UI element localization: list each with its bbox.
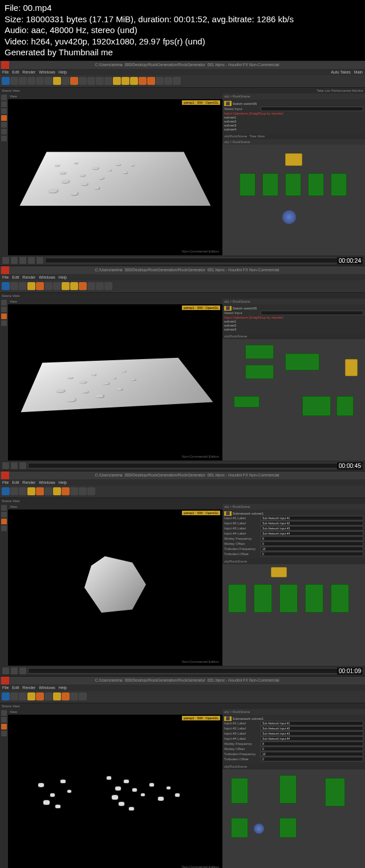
play-icon[interactable] (19, 257, 26, 264)
shelf-icon[interactable] (70, 77, 78, 85)
network-editor[interactable] (222, 769, 365, 869)
network-editor[interactable] (222, 145, 365, 255)
tool-icon[interactable] (1, 115, 7, 121)
menu-edit[interactable]: Edit (12, 70, 19, 74)
viewport[interactable]: View persp1 · SW · OpenGL Non-Commercial… (8, 299, 222, 461)
tool-icon[interactable] (1, 95, 7, 100)
shelf-icon[interactable] (27, 77, 35, 85)
tool-icon[interactable] (1, 129, 7, 135)
tool-icon[interactable] (1, 108, 7, 114)
shelf-icon[interactable] (164, 77, 172, 85)
node-subnet[interactable] (240, 173, 256, 196)
input-op[interactable]: subnet2 (224, 120, 236, 123)
node-subnet[interactable] (285, 173, 301, 196)
shelf-icon[interactable] (96, 77, 104, 85)
input-op[interactable]: subnet4 (224, 128, 236, 131)
metadata-header: File: 00.mp4 Size: 18000331 bytes (17.17… (0, 0, 365, 60)
timeline-slider[interactable] (45, 258, 355, 263)
rp-breadcrumb[interactable]: obj > RockScene (224, 95, 250, 98)
param-field[interactable] (261, 107, 363, 111)
menu-render[interactable]: Render (22, 70, 35, 74)
thumbnail-4: C:/Users/anima_000/Desktop/RockGeneratio… (0, 676, 365, 869)
menu-bar: File Edit Render Windows Help Auto Takes… (0, 69, 365, 75)
ng-breadcrumb[interactable]: obj > RockScene (224, 140, 250, 144)
title-path: C:/Users/anima_000/Desktop/RockGeneratio… (9, 63, 365, 67)
node-subnet[interactable] (331, 173, 347, 196)
thumbnail-1: C:/Users/anima_000/Desktop/RockGeneratio… (0, 60, 365, 266)
viewport-toolbar (0, 93, 8, 255)
menu-autotakes[interactable]: Auto Takes (331, 70, 351, 74)
generated-line: Generated by Thumbnail me (5, 47, 360, 58)
shelf-icon[interactable] (156, 77, 164, 85)
file-line: File: 00.mp4 (5, 2, 360, 14)
tool-icon[interactable] (1, 136, 7, 141)
input-op[interactable]: subnet1 (224, 116, 236, 119)
viewport[interactable]: View persp1 · SW · OpenGL Non-Commercial… (8, 504, 222, 666)
shelf-icon[interactable] (36, 77, 44, 85)
thumbnail-3: C:/Users/anima_000/Desktop/RockGeneratio… (0, 471, 365, 676)
play-first-icon[interactable] (2, 257, 9, 264)
shelf-icon[interactable] (10, 77, 18, 85)
window-titlebar: C:/Users/anima_000/Desktop/RockGeneratio… (0, 61, 365, 69)
shelf-icon[interactable] (121, 77, 129, 85)
shelf-icon[interactable] (104, 77, 112, 85)
rock-scatter (30, 756, 201, 824)
node-type-badge: ⬛ (224, 101, 232, 106)
node-output[interactable] (282, 210, 296, 224)
right-panel: obj > RockScene ⬛ Switch switch05 Select… (222, 93, 365, 255)
menu-windows[interactable]: Windows (39, 70, 55, 74)
tool-icon[interactable] (1, 122, 7, 128)
shelf-icon[interactable] (79, 77, 87, 85)
shelf-icon[interactable] (53, 77, 61, 85)
shelf-icon[interactable] (113, 77, 121, 85)
close-icon[interactable] (1, 266, 9, 274)
video-line: Video: h264, yuv420p, 1920x1080, 29.97 f… (5, 36, 360, 47)
shelf-bar (0, 75, 365, 88)
close-icon[interactable] (1, 471, 9, 479)
node-name: Switch switch05 (233, 102, 257, 105)
node-subnet[interactable] (262, 173, 278, 196)
shelf-icon[interactable] (139, 77, 147, 85)
shelf-icon[interactable] (19, 77, 27, 85)
play-prev-icon[interactable] (11, 257, 18, 264)
network-editor[interactable] (222, 339, 365, 461)
menu-help[interactable]: Help (59, 70, 67, 74)
viewport[interactable]: View persp1 · SW · OpenGL Non-Commercial… (8, 709, 222, 869)
watermark: Non-Commercial Edition (182, 250, 219, 253)
audio-line: Audio: aac, 48000 Hz, stereo (und) (5, 25, 360, 36)
timestamp: 00:00:24 (337, 257, 363, 264)
play-next-icon[interactable] (28, 257, 35, 264)
ground-plane (20, 152, 211, 205)
shelf-icon[interactable] (2, 77, 10, 85)
shelf-icon[interactable] (87, 77, 95, 85)
tab-scene-view[interactable]: Scene View (2, 89, 20, 92)
input-op[interactable]: subnet3 (224, 124, 236, 127)
shelf-icon[interactable] (130, 77, 138, 85)
param-label: Select Input (224, 107, 258, 111)
close-icon[interactable] (1, 677, 9, 684)
shelf-icon[interactable] (173, 77, 181, 85)
network-editor[interactable] (222, 564, 365, 666)
network-tabs: obj/RockScene Tree View (222, 133, 365, 139)
menu-main[interactable]: Main (354, 70, 363, 74)
param-section: Input Operators (Drag/Drop by reorder) (224, 112, 363, 115)
node-subnet[interactable] (308, 173, 324, 196)
ng-tab[interactable]: Tree View (249, 135, 265, 138)
shelf-icon[interactable] (62, 77, 70, 85)
parameter-pane: ⬛ Switch switch05 Select Input Input Ope… (222, 99, 365, 133)
tool-icon[interactable] (1, 101, 7, 107)
view-label: View (10, 95, 17, 98)
rock-mesh (81, 553, 149, 616)
shelf-icon[interactable] (147, 77, 155, 85)
node-name: Subnetwork subnet1 (233, 512, 264, 515)
play-last-icon[interactable] (36, 257, 43, 264)
close-icon[interactable] (1, 61, 9, 69)
node-switch[interactable] (285, 153, 302, 166)
shelf-icon[interactable] (44, 77, 52, 85)
tab-take-list[interactable]: Take List (317, 89, 330, 92)
viewport[interactable]: View persp1 · SW · OpenGL Non-Commercial… (8, 93, 222, 255)
ng-tab[interactable]: obj/RockScene (224, 135, 247, 138)
size-line: Size: 18000331 bytes (17.17 MiB), durati… (5, 14, 360, 25)
menu-file[interactable]: File (2, 70, 9, 74)
tab-perf-mon[interactable]: Performance Monitor (331, 89, 363, 92)
